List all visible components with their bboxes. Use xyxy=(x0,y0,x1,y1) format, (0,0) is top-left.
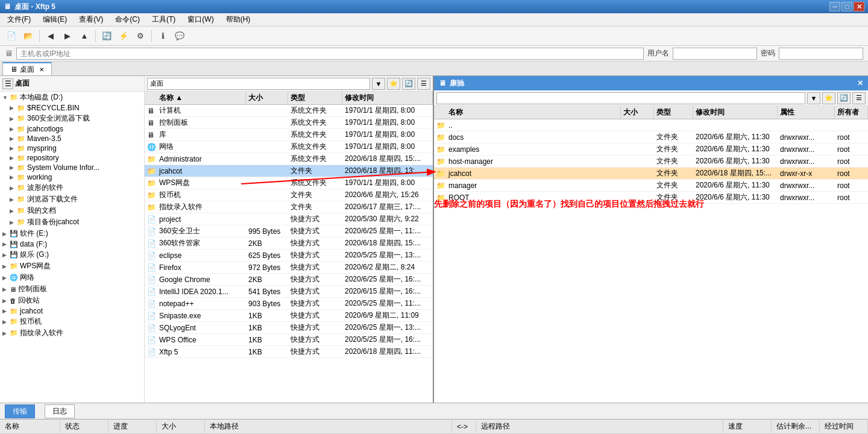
tree-item[interactable]: ▶ 💾 娱乐 (G:) xyxy=(0,249,144,260)
menu-tools[interactable]: 工具(T) xyxy=(147,13,180,26)
file-row[interactable]: 🖥 计算机 系统文件夹 1970/1/1 星期四, 8:00 xyxy=(145,105,433,117)
menu-edit[interactable]: 编辑(E) xyxy=(38,13,72,26)
remote-col-type[interactable]: 类型 xyxy=(654,106,693,119)
toolbar-settings[interactable]: ⚙ xyxy=(133,29,148,43)
host-input[interactable] xyxy=(16,48,644,60)
tree-view-toggle[interactable]: ☰ xyxy=(2,78,13,89)
tree-item[interactable]: ▶ 💾 data (F:) xyxy=(0,239,144,249)
local-bookmark-btn[interactable]: ⭐ xyxy=(387,78,400,90)
menu-command[interactable]: 命令(C) xyxy=(110,13,145,26)
remote-refresh-btn[interactable]: 🔄 xyxy=(837,92,851,104)
remote-path-input[interactable]: /usr/local/tomcat/webapps xyxy=(436,92,805,104)
tree-item[interactable]: ▶ 🌐 网络 xyxy=(0,272,144,283)
file-row[interactable]: 📁 WPS网盘 系统文件夹 1970/1/1 星期四, 8:00 xyxy=(145,177,433,189)
file-row[interactable]: 📁 .. xyxy=(434,119,868,131)
file-row[interactable]: 📄 notepad++ 903 Bytes 快捷方式 2020/5/25 星期一… xyxy=(145,298,433,310)
transfer-tab-transfer[interactable]: 传输 xyxy=(5,404,35,418)
tree-item[interactable]: ▶ 📁 working xyxy=(0,172,144,182)
col-modified[interactable]: 修改时间 xyxy=(342,92,433,104)
file-row[interactable]: 📁 ROOT 文件夹 2020/6/6 星期六, 11:30 drwxrwxr.… xyxy=(434,192,868,204)
tree-item[interactable]: ▶ 📁 jcahcot xyxy=(0,306,144,316)
tree-item[interactable]: ▶ 📁 浏览器下载文件 xyxy=(0,193,144,205)
file-row[interactable]: 📄 360软件管家 2KB 快捷方式 2020/6/18 星期四, 15:... xyxy=(145,237,433,250)
tree-item[interactable]: ▶ 📁 WPS网盘 xyxy=(0,260,144,272)
file-row[interactable]: 📁 指纹录入软件 文件夹 2020/6/17 星期三, 17:... xyxy=(145,201,433,213)
file-row[interactable]: 📄 Snipaste.exe 1KB 快捷方式 2020/6/9 星期二, 11… xyxy=(145,310,433,322)
file-row[interactable]: 📄 360安全卫士 995 Bytes 快捷方式 2020/6/25 星期一, … xyxy=(145,225,433,237)
tree-item[interactable]: ▶ 📁 波形的软件 xyxy=(0,182,144,193)
username-input[interactable] xyxy=(673,48,757,60)
toolbar-refresh[interactable]: 🔄 xyxy=(99,29,115,43)
file-row[interactable]: 📄 IntelliJ IDEA 2020.1... 541 Bytes 快捷方式… xyxy=(145,286,433,298)
tree-item[interactable]: ▶ 🗑 回收站 xyxy=(0,295,144,306)
menu-help[interactable]: 帮助(H) xyxy=(221,13,256,26)
password-input[interactable] xyxy=(779,48,863,60)
file-row-remote-jcahcot[interactable]: 📁 jcahcot 文件夹 2020/6/18 星期四, 15:... drwx… xyxy=(434,168,868,180)
toolbar-info[interactable]: ℹ xyxy=(155,29,171,43)
toolbar-up[interactable]: ▲ xyxy=(77,29,92,43)
tree-item[interactable]: ▶ 📁 Maven-3.5 xyxy=(0,134,144,143)
remote-menu-btn[interactable]: ☰ xyxy=(852,92,866,104)
tree-item[interactable]: ▶ 💾 软件 (E:) xyxy=(0,228,144,239)
menu-file[interactable]: 文件(F) xyxy=(2,13,36,26)
file-row[interactable]: 📄 WPS Office 1KB 快捷方式 2020/5/25 星期一, 16:… xyxy=(145,334,433,346)
menu-view[interactable]: 查看(V) xyxy=(74,13,108,26)
left-tab[interactable]: 🖥 桌面 ✕ xyxy=(2,62,52,75)
local-refresh-btn[interactable]: 🔄 xyxy=(402,78,415,90)
local-path-input[interactable] xyxy=(147,78,370,90)
file-row[interactable]: 📄 Xftp 5 1KB 快捷方式 2020/6/18 星期四, 11:... xyxy=(145,346,433,358)
tree-item[interactable]: ▶ 📁 jcahcotlogs xyxy=(0,124,144,134)
remote-close-btn[interactable]: ✕ xyxy=(857,79,863,87)
minimize-button[interactable]: ─ xyxy=(829,2,840,11)
toolbar-back[interactable]: ◀ xyxy=(43,29,58,43)
remote-col-modified[interactable]: 修改时间 xyxy=(693,106,778,119)
left-tab-close[interactable]: ✕ xyxy=(39,66,44,73)
remote-bookmark-btn[interactable]: ⭐ xyxy=(822,92,835,104)
file-row[interactable]: 📄 eclipse 625 Bytes 快捷方式 2020/5/25 星期一, … xyxy=(145,250,433,262)
tree-item[interactable]: ▶ 🖥 控制面板 xyxy=(0,283,144,295)
file-row[interactable]: 🌐 网络 系统文件夹 1970/1/1 星期四, 8:00 xyxy=(145,141,433,153)
tree-item[interactable]: ▶ 📁 项目备份jcahcot xyxy=(0,216,144,228)
tree-item[interactable]: ▶ 📁 repository xyxy=(0,153,144,163)
file-row-jcahcot[interactable]: 📁 jcahcot 文件夹 2020/6/18 星期四, 13:... xyxy=(145,165,433,177)
remote-col-name[interactable]: 名称 xyxy=(446,106,621,119)
tree-item[interactable]: ▶ 📁 指纹录入软件 xyxy=(0,327,144,339)
file-row-google-chrome[interactable]: 📄 Google Chrome 2KB 快捷方式 2020/6/25 星期一, … xyxy=(145,274,433,286)
tree-item[interactable]: ▶ 📁 我的文档 xyxy=(0,205,144,216)
maximize-button[interactable]: □ xyxy=(841,2,852,11)
toolbar-sync[interactable]: ⚡ xyxy=(116,29,131,43)
file-row[interactable]: 📁 manager 文件夹 2020/6/6 星期六, 11:30 drwxrw… xyxy=(434,180,868,192)
toolbar-open[interactable]: 📂 xyxy=(20,29,36,43)
toolbar-help[interactable]: 💬 xyxy=(172,29,187,43)
file-row[interactable]: 📁 host-manager 文件夹 2020/6/6 星期六, 11:30 d… xyxy=(434,156,868,168)
tree-item[interactable]: ▶ 📁 $RECYCLE.BIN xyxy=(0,103,144,113)
tree-item[interactable]: ▶ 📁 投币机 xyxy=(0,316,144,327)
file-row[interactable]: 🖥 控制面板 系统文件夹 1970/1/1 星期四, 8:00 xyxy=(145,117,433,129)
toolbar-forward[interactable]: ▶ xyxy=(60,29,75,43)
file-row[interactable]: 📄 SQLyogEnt 1KB 快捷方式 2020/6/25 星期一, 13:.… xyxy=(145,322,433,334)
close-button[interactable]: ✕ xyxy=(854,2,864,11)
col-name[interactable]: 名称 ▲ xyxy=(157,92,246,104)
transfer-tab-log[interactable]: 日志 xyxy=(45,404,75,418)
toolbar-new-session[interactable]: 📄 xyxy=(4,29,19,43)
menu-window[interactable]: 窗口(W) xyxy=(183,13,218,26)
file-row[interactable]: 🖥 库 系统文件夹 1970/1/1 星期四, 8:00 xyxy=(145,129,433,141)
file-row[interactable]: 📁 投币机 文件夹 2020/6/6 星期六, 15:26 xyxy=(145,189,433,201)
col-size[interactable]: 大小 xyxy=(246,92,288,104)
remote-col-size[interactable]: 大小 xyxy=(621,106,654,119)
remote-col-attr[interactable]: 属性 xyxy=(778,106,835,119)
file-row[interactable]: 📁 examples 文件夹 2020/6/6 星期六, 11:30 drwxr… xyxy=(434,143,868,156)
file-row[interactable]: 📁 Administrator 系统文件夹 2020/6/18 星期四, 15:… xyxy=(145,153,433,165)
remote-col-owner[interactable]: 所有者 xyxy=(835,106,868,119)
file-row[interactable]: 📁 docs 文件夹 2020/6/6 星期六, 11:30 drwxrwxr.… xyxy=(434,131,868,143)
tree-item[interactable]: ▼ 📁 本地磁盘 (D:) xyxy=(0,92,144,103)
tree-item[interactable]: ▶ 📁 360安全浏览器下载 xyxy=(0,113,144,124)
file-row[interactable]: 📄 Firefox 972 Bytes 快捷方式 2020/6/2 星期二, 8… xyxy=(145,262,433,274)
col-type[interactable]: 类型 xyxy=(288,92,342,104)
tree-item[interactable]: ▶ 📁 System Volume Infor... xyxy=(0,163,144,172)
tree-item[interactable]: ▶ 📁 myspring xyxy=(0,143,144,153)
local-dropdown-btn[interactable]: ▼ xyxy=(372,78,385,90)
remote-dropdown-btn[interactable]: ▼ xyxy=(807,92,820,104)
file-row[interactable]: 📄 project 快捷方式 2020/5/30 星期六, 9:22 xyxy=(145,213,433,225)
local-menu-btn[interactable]: ☰ xyxy=(417,78,430,90)
